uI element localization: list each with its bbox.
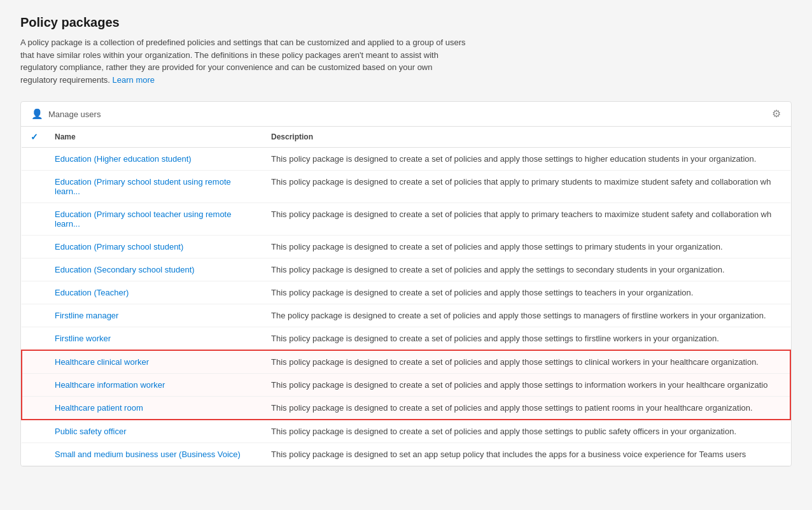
page-description: A policy package is a collection of pred… — [20, 36, 466, 86]
toolbar-left: 👤 Manage users — [31, 108, 101, 120]
row-description-cell: This policy package is designed to set a… — [263, 443, 790, 466]
row-checkbox-cell[interactable] — [22, 420, 47, 443]
row-description-cell: This policy package is designed to creat… — [263, 281, 790, 304]
row-name-cell: Education (Primary school student using … — [47, 171, 263, 203]
row-description-cell: This policy package is designed to creat… — [263, 397, 790, 420]
table-row[interactable]: Education (Teacher)This policy package i… — [22, 281, 790, 304]
row-checkbox-cell[interactable] — [22, 236, 47, 259]
table-row[interactable]: Healthcare patient roomThis policy packa… — [22, 397, 790, 420]
row-checkbox-cell[interactable] — [22, 443, 47, 466]
table-row[interactable]: Education (Primary school student using … — [22, 171, 790, 203]
check-column-header: ✓ — [22, 127, 47, 148]
page-title: Policy packages — [20, 15, 792, 30]
header-checkmark: ✓ — [31, 132, 38, 142]
row-checkbox-cell[interactable] — [22, 171, 47, 203]
table-row[interactable]: Public safety officerThis policy package… — [22, 420, 790, 443]
row-checkbox-cell[interactable] — [22, 203, 47, 236]
row-checkbox-cell[interactable] — [22, 259, 47, 281]
row-name-cell: Healthcare patient room — [47, 397, 263, 420]
row-name-cell: Firstline worker — [47, 327, 263, 351]
row-description-cell: This policy package is designed to creat… — [263, 327, 790, 351]
row-name-link[interactable]: Healthcare information worker — [55, 380, 165, 390]
row-name-cell: Healthcare clinical worker — [47, 350, 263, 374]
row-checkbox-cell[interactable] — [22, 374, 47, 397]
manage-users-label[interactable]: Manage users — [48, 110, 101, 119]
row-description-cell: This policy package is designed to creat… — [263, 420, 790, 443]
row-name-cell: Small and medium business user (Business… — [47, 443, 263, 466]
row-name-link[interactable]: Firstline worker — [55, 334, 111, 343]
row-name-cell: Education (Teacher) — [47, 281, 263, 304]
table-row[interactable]: Healthcare information workerThis policy… — [22, 374, 790, 397]
row-description-cell: The policy package is designed to create… — [263, 304, 790, 327]
table-row[interactable]: Firstline managerThe policy package is d… — [22, 304, 790, 327]
row-description-cell: This policy package is designed to creat… — [263, 236, 790, 259]
toolbar: 👤 Manage users ⚙ — [21, 102, 791, 127]
row-checkbox-cell[interactable] — [22, 281, 47, 304]
row-description-cell: This policy package is designed to creat… — [263, 259, 790, 281]
row-description-cell: This policy package is designed to creat… — [263, 148, 790, 171]
table-row[interactable]: Education (Higher education student)This… — [22, 148, 790, 171]
table-row[interactable]: Education (Primary school student)This p… — [22, 236, 790, 259]
row-name-link[interactable]: Healthcare patient room — [55, 403, 143, 413]
row-name-link[interactable]: Firstline manager — [55, 311, 118, 320]
row-description-cell: This policy package is designed to creat… — [263, 350, 790, 374]
table-header-row: ✓ Name Description — [22, 127, 790, 148]
table-row[interactable]: Healthcare clinical workerThis policy pa… — [22, 350, 790, 374]
row-name-link[interactable]: Education (Secondary school student) — [55, 265, 195, 274]
table-row[interactable]: Small and medium business user (Business… — [22, 443, 790, 466]
row-name-cell: Education (Primary school student) — [47, 236, 263, 259]
row-name-link[interactable]: Education (Primary school student using … — [55, 177, 231, 196]
row-checkbox-cell[interactable] — [22, 148, 47, 171]
row-name-link[interactable]: Education (Primary school student) — [55, 242, 183, 251]
row-name-cell: Healthcare information worker — [47, 374, 263, 397]
settings-icon[interactable]: ⚙ — [772, 109, 781, 119]
row-name-cell: Education (Secondary school student) — [47, 259, 263, 281]
learn-more-link[interactable]: Learn more — [113, 75, 155, 85]
row-checkbox-cell[interactable] — [22, 397, 47, 420]
row-name-link[interactable]: Education (Teacher) — [55, 288, 129, 297]
row-description-cell: This policy package is designed to creat… — [263, 374, 790, 397]
table-row[interactable]: Education (Primary school teacher using … — [22, 203, 790, 236]
row-name-link[interactable]: Education (Higher education student) — [55, 154, 192, 164]
row-checkbox-cell[interactable] — [22, 327, 47, 351]
row-name-link[interactable]: Education (Primary school teacher using … — [55, 209, 231, 229]
row-name-cell: Firstline manager — [47, 304, 263, 327]
person-icon: 👤 — [31, 108, 43, 120]
row-checkbox-cell[interactable] — [22, 304, 47, 327]
row-description-cell: This policy package is designed to creat… — [263, 203, 790, 236]
row-name-cell: Public safety officer — [47, 420, 263, 443]
row-name-link[interactable]: Public safety officer — [55, 427, 126, 436]
row-name-link[interactable]: Healthcare clinical worker — [55, 357, 149, 367]
policy-table: ✓ Name Description Education (Higher edu… — [21, 127, 791, 466]
table-row[interactable]: Firstline workerThis policy package is d… — [22, 327, 790, 351]
row-description-cell: This policy package is designed to creat… — [263, 171, 790, 203]
policy-packages-table-container: 👤 Manage users ⚙ ✓ Name Description Educ… — [20, 101, 792, 467]
row-name-cell: Education (Higher education student) — [47, 148, 263, 171]
table-row[interactable]: Education (Secondary school student)This… — [22, 259, 790, 281]
row-checkbox-cell[interactable] — [22, 350, 47, 374]
row-name-link[interactable]: Small and medium business user (Business… — [55, 450, 241, 459]
description-column-header: Description — [263, 127, 790, 148]
name-column-header: Name — [47, 127, 263, 148]
row-name-cell: Education (Primary school teacher using … — [47, 203, 263, 236]
